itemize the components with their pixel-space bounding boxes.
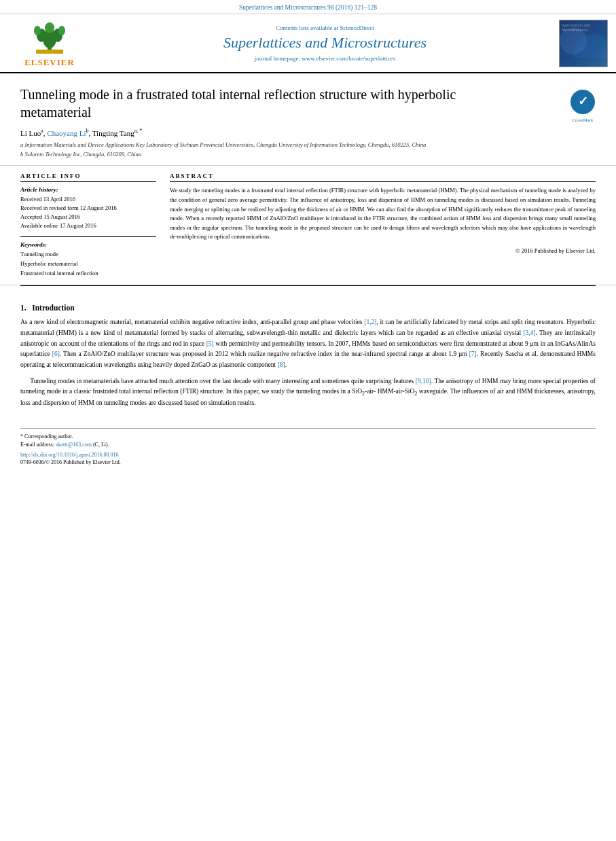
article-history: Article history: Received 13 April 2016 … — [20, 186, 156, 230]
journal-header: ELSEVIER Contents lists available at Sci… — [0, 14, 616, 73]
email-suffix: (C, Li). — [93, 442, 109, 448]
abstract-text: We study the tunneling modes in a frustr… — [170, 186, 596, 242]
author-email[interactable]: skottt@163.com — [56, 442, 92, 448]
ref-5[interactable]: [5] — [206, 340, 214, 347]
authors-line: Li Luoa, Chaoyang Lib, Tingting Tanga, * — [20, 128, 596, 137]
received-date: Received 13 April 2016 — [20, 195, 156, 204]
sciencedirect-link[interactable]: ScienceDirect — [340, 24, 374, 31]
accepted-date: Accepted 15 August 2016 — [20, 213, 156, 221]
svg-point-6 — [45, 22, 54, 33]
svg-point-10 — [560, 27, 587, 54]
article-title-section: ✓ CrossMark Tunneling mode in a frustrat… — [0, 73, 616, 166]
issn-line: 0749-6036/© 2016 Published by Elsevier L… — [20, 459, 596, 465]
journal-citation-bar: Superlattices and Microstructures 98 (20… — [0, 0, 616, 14]
keywords-label: Keywords: — [20, 241, 156, 248]
elsevier-logo: ELSEVIER — [24, 18, 75, 68]
history-label: Article history: — [20, 186, 156, 193]
email-note: E-mail address: skottt@163.com (C, Li). — [20, 441, 596, 449]
article-info-abstract-section: ARTICLE INFO Article history: Received 1… — [0, 166, 616, 285]
author-tingting-tang: Tingting Tang — [92, 129, 134, 137]
keyword-1: Tunneling mode — [20, 250, 156, 260]
author-li-luo: Li Luo — [20, 129, 41, 137]
crossmark-icon: ✓ — [570, 89, 596, 115]
svg-rect-11 — [560, 58, 608, 67]
abstract-panel: ABSTRACT We study the tunneling modes in… — [170, 173, 596, 278]
publisher-logo-area: ELSEVIER — [5, 18, 94, 68]
author-chaoyang-li[interactable]: Chaoyang Li — [47, 129, 86, 137]
article-info-panel: ARTICLE INFO Article history: Received 1… — [20, 173, 156, 278]
section-title-text: Introduction — [32, 304, 74, 312]
journal-title: Superlattices and Microstructures — [223, 34, 427, 52]
ref-6[interactable]: [6] — [52, 351, 60, 357]
ref-1-2[interactable]: [1,2] — [364, 319, 376, 325]
available-date: Available online 17 August 2016 — [20, 221, 156, 230]
intro-paragraph-1: As a new kind of electromagnetic materia… — [20, 317, 596, 370]
corresponding-author-note: * Corresponding author. — [20, 433, 596, 441]
abstract-heading: ABSTRACT — [170, 173, 596, 182]
journal-citation-text: Superlattices and Microstructures 98 (20… — [239, 4, 377, 11]
star-note: * Corresponding author. — [20, 433, 73, 440]
doi-line[interactable]: http://dx.doi.org/10.1016/j.apmi.2016.08… — [20, 452, 596, 458]
journal-url[interactable]: www.elsevier.com/locate/superlattices — [302, 55, 395, 62]
section-number: 1. — [20, 304, 26, 312]
affiliations: a Information Materials and Device Appli… — [20, 141, 596, 159]
elsevier-tree-icon — [29, 18, 70, 56]
keyword-2: Hyperbolic metamaterial — [20, 260, 156, 269]
ref-7[interactable]: [7] — [469, 351, 477, 357]
introduction-body: As a new kind of electromagnetic materia… — [20, 317, 596, 409]
ref-8[interactable]: [8] — [278, 361, 285, 368]
received-revised-date: Received in revised form 12 August 2016 — [20, 204, 156, 213]
introduction-heading: 1. Introduction — [20, 304, 596, 312]
journal-thumbnail-area: Superlattices and Microstructures — [556, 18, 611, 68]
footnote-section: * Corresponding author. E-mail address: … — [20, 428, 596, 465]
ref-9-10[interactable]: [9,10] — [416, 378, 431, 384]
article-info-heading: ARTICLE INFO — [20, 173, 156, 182]
svg-text:✓: ✓ — [578, 94, 588, 108]
affiliation-a: a Information Materials and Device Appli… — [20, 141, 596, 149]
svg-point-4 — [34, 26, 41, 35]
keywords-section: Keywords: Tunneling mode Hyperbolic meta… — [20, 236, 156, 278]
intro-paragraph-2: Tunneling modes in metamaterials have at… — [20, 376, 596, 409]
elsevier-brand-text: ELSEVIER — [24, 57, 75, 68]
journal-cover-thumbnail: Superlattices and Microstructures — [559, 20, 608, 67]
ref-3-4[interactable]: [3,4] — [523, 329, 535, 336]
copyright-line: © 2016 Published by Elsevier Ltd. — [170, 247, 596, 254]
keyword-3: Frustrated total internal reflection — [20, 269, 156, 279]
svg-rect-7 — [36, 50, 63, 54]
main-content: 1. Introduction As a new kind of electro… — [0, 286, 616, 421]
email-label: E-mail address: — [20, 442, 54, 448]
journal-title-area: Contents lists available at ScienceDirec… — [94, 18, 556, 68]
article-title: Tunneling mode in a frustrated total int… — [20, 86, 482, 121]
contents-available-line: Contents lists available at ScienceDirec… — [276, 24, 374, 31]
svg-point-5 — [58, 26, 65, 35]
affiliation-b: b Solorem Technology Inc, Chengdu, 61020… — [20, 151, 596, 159]
journal-homepage-line: journal homepage: www.elsevier.com/locat… — [255, 55, 395, 62]
